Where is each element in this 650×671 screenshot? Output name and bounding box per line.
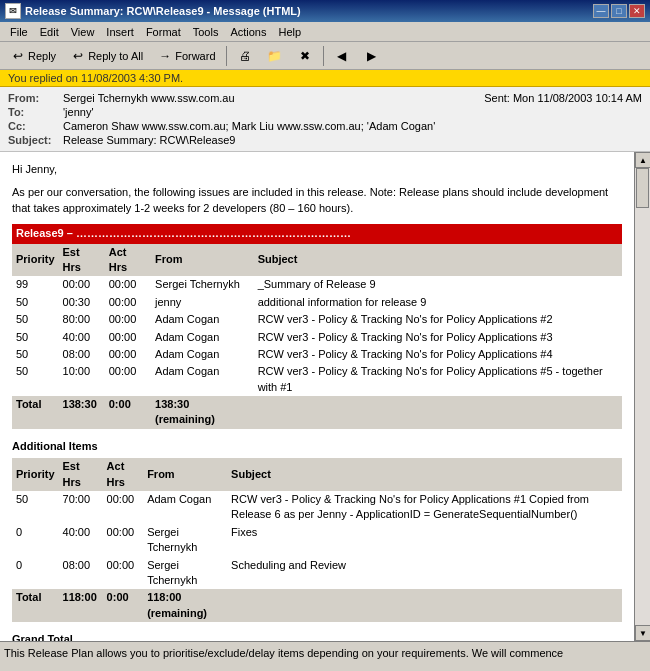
next-icon: ▶ <box>364 48 380 64</box>
table-row: 50 10:00 00:00 Adam Cogan RCW ver3 - Pol… <box>12 363 622 396</box>
move-icon: 📁 <box>267 48 283 64</box>
delete-icon: ✖ <box>297 48 313 64</box>
delete-button[interactable]: ✖ <box>291 45 319 67</box>
col-esthrs: Est Hrs <box>59 244 105 277</box>
release-table: Release9 – ………………………………………………………………… Pri… <box>12 224 622 429</box>
move-button[interactable]: 📁 <box>261 45 289 67</box>
notification-bar: You replied on 11/08/2003 4:30 PM. <box>0 70 650 87</box>
notification-text: You replied on 11/08/2003 4:30 PM. <box>8 72 183 84</box>
menu-view[interactable]: View <box>65 25 101 39</box>
scroll-track[interactable] <box>635 168 650 625</box>
menu-help[interactable]: Help <box>272 25 307 39</box>
window-controls[interactable]: — □ ✕ <box>593 4 645 18</box>
reply-all-button[interactable]: ↩ Reply to All <box>64 45 149 67</box>
table-row: 50 00:30 00:00 jenny additional informat… <box>12 294 622 311</box>
menu-file[interactable]: File <box>4 25 34 39</box>
from-label: From: <box>8 92 63 104</box>
add-col-esthrs: Est Hrs <box>59 458 103 491</box>
add-col-from: From <box>143 458 227 491</box>
reply-button[interactable]: ↩ Reply <box>4 45 62 67</box>
window-title: Release Summary: RCW\Release9 - Message … <box>25 5 301 17</box>
from-value: Sergei Tchernykh www.ssw.com.au <box>63 92 484 104</box>
scroll-thumb[interactable] <box>636 168 649 208</box>
table-row: 50 40:00 00:00 Adam Cogan RCW ver3 - Pol… <box>12 329 622 346</box>
table-row: 50 80:00 00:00 Adam Cogan RCW ver3 - Pol… <box>12 311 622 328</box>
col-acthrs: Act Hrs <box>105 244 151 277</box>
next-button[interactable]: ▶ <box>358 45 386 67</box>
scroll-up-button[interactable]: ▲ <box>635 152 650 168</box>
sent-label: Sent: <box>484 92 513 104</box>
reply-all-label: Reply to All <box>88 50 143 62</box>
menu-tools[interactable]: Tools <box>187 25 225 39</box>
scrollbar[interactable]: ▲ ▼ <box>634 152 650 641</box>
minimize-button[interactable]: — <box>593 4 609 18</box>
grand-title: Grand Total <box>12 632 622 641</box>
table-row: 50 08:00 00:00 Adam Cogan RCW ver3 - Pol… <box>12 346 622 363</box>
title-bar: ✉ Release Summary: RCW\Release9 - Messag… <box>0 0 650 22</box>
col-subject: Subject <box>254 244 622 277</box>
status-bar: This Release Plan allows you to prioriti… <box>0 641 650 663</box>
email-body[interactable]: Hi Jenny, As per our conversation, the f… <box>0 152 634 641</box>
table-row: 50 70:00 00:00 Adam Cogan RCW ver3 - Pol… <box>12 491 622 524</box>
additional-title: Additional Items <box>12 439 622 454</box>
subject-label: Subject: <box>8 134 63 146</box>
prev-icon: ◀ <box>334 48 350 64</box>
email-body-container: Hi Jenny, As per our conversation, the f… <box>0 152 650 641</box>
additional-total-row: Total 118:00 0:00 118:00 (remaining) <box>12 589 622 622</box>
release-header-cell: Release9 – ………………………………………………………………… <box>12 224 622 243</box>
forward-button[interactable]: → Forward <box>151 45 221 67</box>
menu-format[interactable]: Format <box>140 25 187 39</box>
menu-insert[interactable]: Insert <box>100 25 140 39</box>
to-label: To: <box>8 106 63 118</box>
status-text: This Release Plan allows you to prioriti… <box>4 647 563 659</box>
toolbar-separator <box>226 46 227 66</box>
reply-icon: ↩ <box>10 48 26 64</box>
additional-table: Priority Est Hrs Act Hrs From Subject 50… <box>12 458 622 622</box>
email-header: From: Sergei Tchernykh www.ssw.com.au Se… <box>0 87 650 152</box>
menu-bar: File Edit View Insert Format Tools Actio… <box>0 22 650 42</box>
intro-text: As per our conversation, the following i… <box>12 185 622 216</box>
menu-edit[interactable]: Edit <box>34 25 65 39</box>
greeting: Hi Jenny, <box>12 162 622 177</box>
forward-icon: → <box>157 48 173 64</box>
close-button[interactable]: ✕ <box>629 4 645 18</box>
menu-actions[interactable]: Actions <box>224 25 272 39</box>
reply-all-icon: ↩ <box>70 48 86 64</box>
sent-value: Mon 11/08/2003 10:14 AM <box>513 92 642 104</box>
table-row: 0 08:00 00:00 Sergei Tchernykh Schedulin… <box>12 557 622 590</box>
to-value: 'jenny' <box>63 106 642 118</box>
toolbar-separator2 <box>323 46 324 66</box>
subject-value: Release Summary: RCW\Release9 <box>63 134 642 146</box>
toolbar: ↩ Reply ↩ Reply to All → Forward 🖨 📁 ✖ ◀… <box>0 42 650 70</box>
app-icon: ✉ <box>5 3 21 19</box>
total-row: Total 138:30 0:00 138:30 (remaining) <box>12 396 622 429</box>
cc-label: Cc: <box>8 120 63 132</box>
cc-value: Cameron Shaw www.ssw.com.au; Mark Liu ww… <box>63 120 642 132</box>
col-priority: Priority <box>12 244 59 277</box>
print-button[interactable]: 🖨 <box>231 45 259 67</box>
add-col-subject: Subject <box>227 458 622 491</box>
reply-label: Reply <box>28 50 56 62</box>
maximize-button[interactable]: □ <box>611 4 627 18</box>
scroll-down-button[interactable]: ▼ <box>635 625 650 641</box>
add-col-priority: Priority <box>12 458 59 491</box>
add-col-acthrs: Act Hrs <box>103 458 144 491</box>
prev-button[interactable]: ◀ <box>328 45 356 67</box>
forward-label: Forward <box>175 50 215 62</box>
col-from: From <box>151 244 254 277</box>
print-icon: 🖨 <box>237 48 253 64</box>
table-row: 99 00:00 00:00 Sergei Tchernykh _Summary… <box>12 276 622 293</box>
table-row: 0 40:00 00:00 Sergei Tchernykh Fixes <box>12 524 622 557</box>
